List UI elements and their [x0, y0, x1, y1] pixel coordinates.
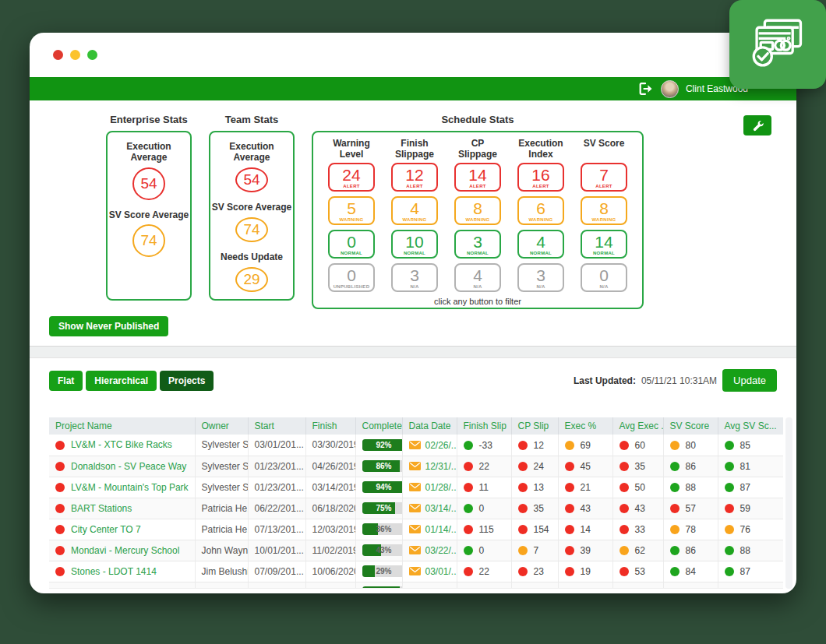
avg-exec-cell: 33	[612, 519, 663, 540]
finish-slip-cell: 0	[457, 540, 511, 561]
schedule-filter-button[interactable]: 0NORMAL	[328, 230, 375, 259]
status-dot-icon	[565, 546, 574, 555]
owner-cell: Jim Belushi	[195, 561, 248, 582]
schedule-cell-value: 6	[536, 200, 545, 216]
schedule-cell-status: WARNING	[339, 217, 363, 222]
column-header[interactable]: Exec %	[558, 417, 612, 435]
owner-cell: Sylvester S...	[195, 435, 248, 456]
column-header[interactable]: Data Date	[402, 417, 457, 435]
table-row[interactable]: LV&M - XTC Bike RacksSylvester S...03/01…	[49, 435, 783, 456]
schedule-filter-button[interactable]: 3NORMAL	[454, 230, 501, 259]
start-cell: 01/23/201...	[248, 456, 305, 477]
schedule-cell-value: 5	[347, 200, 356, 216]
table-scrollbar[interactable]	[785, 417, 792, 589]
progress-bar: 36%	[362, 523, 403, 535]
stats-section: Enterprise Stats Execution Average54SV S…	[30, 100, 796, 336]
schedule-filter-button[interactable]: 3N/A	[391, 263, 438, 292]
update-button[interactable]: Update	[722, 369, 777, 392]
settings-button[interactable]	[743, 115, 771, 135]
status-dot-icon	[565, 504, 574, 513]
schedule-filter-button[interactable]: 14ALERT	[454, 163, 501, 192]
data-date-cell: 03/14/...	[402, 498, 457, 519]
metric-label: SV Score Average	[212, 202, 292, 213]
logout-button[interactable]	[639, 83, 654, 95]
status-dot-icon	[670, 504, 680, 513]
table-row[interactable]: City Center TO 7Patricia He...07/13/201.…	[49, 519, 783, 540]
schedule-filter-button[interactable]: 12ALERT	[391, 163, 438, 192]
column-header[interactable]: SV Score	[663, 417, 718, 435]
status-dot-icon	[518, 525, 528, 534]
schedule-filter-button[interactable]: 5WARNING	[328, 196, 375, 225]
column-header[interactable]: CP Slip	[511, 417, 558, 435]
project-name-link[interactable]: Donaldson - SV Peace Way	[71, 461, 186, 472]
schedule-filter-button[interactable]: 0UNPUBLISHED	[328, 263, 375, 292]
schedule-filter-button[interactable]: 7ALERT	[581, 163, 627, 192]
project-name-link[interactable]: Agraff - Highway Services	[71, 587, 178, 589]
schedule-filter-button[interactable]: 16ALERT	[517, 163, 564, 192]
user-avatar[interactable]	[661, 80, 679, 98]
tab-projects[interactable]: Projects	[160, 371, 214, 391]
column-header[interactable]: Avg Exec ...	[612, 417, 663, 435]
metric-value: 60	[635, 440, 645, 451]
project-name-link[interactable]: LV&M - XTC Bike Racks	[71, 439, 172, 450]
data-date-value: 03/01/...	[425, 566, 457, 577]
schedule-filter-button[interactable]: 3N/A	[517, 263, 564, 292]
schedule-filter-button[interactable]: 10NORMAL	[391, 230, 438, 259]
finish-cell: 06/18/2020	[305, 498, 355, 519]
table-row[interactable]: LV&M - Mountain's Top ParkSylvester S...…	[49, 477, 783, 498]
minimize-window-icon[interactable]	[70, 50, 80, 60]
schedule-filter-button[interactable]: 4NORMAL	[517, 230, 564, 259]
schedule-filter-button[interactable]: 8WARNING	[581, 196, 627, 225]
project-name-link[interactable]: BART Stations	[71, 503, 132, 514]
projects-table-area: Project NameOwnerStartFinishCompleteData…	[49, 417, 793, 589]
project-name-link[interactable]: Mondavi - Mercury School	[71, 545, 179, 556]
metric-value: 93	[686, 587, 696, 589]
table-row[interactable]: Donaldson - SV Peace WaySylvester S...01…	[49, 456, 783, 477]
close-window-icon[interactable]	[53, 50, 63, 60]
metric-value: 22	[479, 566, 489, 577]
tab-hierarchical[interactable]: Hierarchical	[86, 371, 157, 391]
status-dot-icon	[464, 462, 473, 471]
column-header[interactable]: Finish Slip	[457, 417, 511, 435]
project-cell: Agraff - Highway Services	[49, 582, 195, 589]
schedule-filter-button[interactable]: 4WARNING	[391, 196, 438, 225]
schedule-filter-button[interactable]: 4N/A	[454, 263, 501, 292]
maximize-window-icon[interactable]	[87, 50, 97, 60]
column-header[interactable]: Project Name	[49, 417, 195, 435]
column-header[interactable]: Finish	[305, 417, 355, 435]
tab-flat[interactable]: Flat	[49, 371, 83, 391]
cp-slip-cell: 12	[511, 435, 558, 456]
column-header[interactable]: Complete	[355, 417, 402, 435]
schedule-cell-value: 12	[405, 167, 423, 183]
column-header[interactable]: Owner	[195, 417, 248, 435]
table-row[interactable]: Mondavi - Mercury SchoolJohn Wayn...10/0…	[49, 540, 783, 561]
finish-slip-cell: 11	[457, 477, 511, 498]
finish-slip-cell: 22	[457, 561, 511, 582]
table-row[interactable]: Agraff - Highway ServicesJim Belushi10/1…	[49, 582, 783, 589]
finish-cell: 11/02/2019	[305, 540, 355, 561]
table-row[interactable]: Stones - LDOT 1414Jim Belushi07/09/201..…	[49, 561, 783, 582]
status-dot-icon	[620, 504, 629, 513]
schedule-filter-button[interactable]: 24ALERT	[328, 163, 375, 192]
column-header[interactable]: Avg SV Sc...	[718, 417, 783, 435]
schedule-filter-button[interactable]: 8WARNING	[454, 196, 501, 225]
project-name-link[interactable]: Stones - LDOT 1414	[71, 566, 157, 577]
enterprise-stats-panel: Execution Average54SV Score Average74	[106, 131, 192, 301]
metric-value: 87	[740, 566, 750, 577]
progress-label: 36%	[362, 523, 403, 535]
exec-percent-cell: 100	[558, 582, 612, 589]
project-name-link[interactable]: LV&M - Mountain's Top Park	[71, 482, 189, 493]
show-never-published-button[interactable]: Show Never Published	[49, 316, 168, 336]
schedule-filter-button[interactable]: 14NORMAL	[581, 230, 627, 259]
progress-bar: 94%	[362, 481, 403, 493]
schedule-filter-button[interactable]: 6WARNING	[517, 196, 564, 225]
project-name-link[interactable]: City Center TO 7	[71, 524, 141, 535]
schedule-filter-button[interactable]: 0N/A	[581, 263, 627, 292]
column-header[interactable]: Start	[248, 417, 305, 435]
metric-value: 21	[581, 482, 591, 493]
table-row[interactable]: BART StationsPatricia He...06/22/201...0…	[49, 498, 783, 519]
data-date-cell: 01/14/...	[402, 519, 457, 540]
status-dot-icon	[464, 567, 473, 576]
exec-percent-cell: 21	[558, 477, 612, 498]
data-date-cell: 01/28/...	[402, 477, 457, 498]
